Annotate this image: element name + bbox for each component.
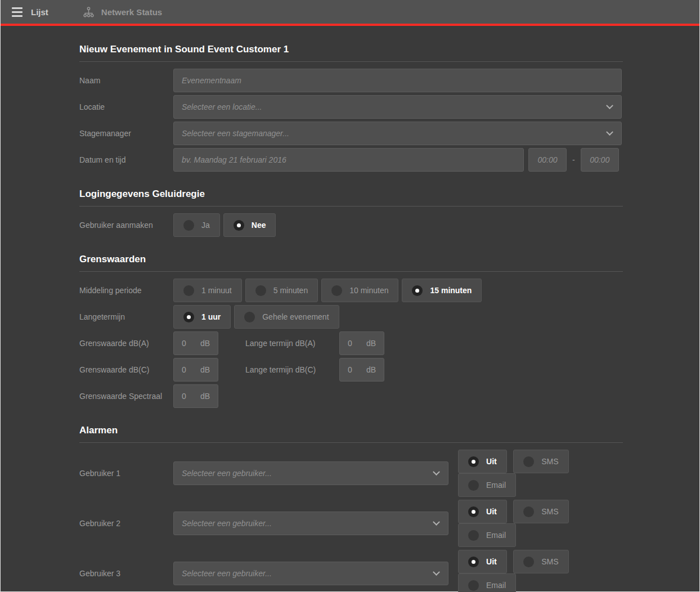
toggle-uit[interactable]: Uit — [458, 450, 507, 473]
gebruiker-aanmaken-label: Gebruiker aanmaken — [79, 221, 173, 230]
toggle-gehele-evenement[interactable]: Gehele evenement — [234, 305, 339, 329]
radio-icon — [244, 312, 255, 322]
gebruiker-2-label: Gebruiker 2 — [79, 519, 173, 528]
app-window: Lijst Netwerk Status Nieuw Evenement in … — [0, 0, 700, 592]
toggle-15-minuten[interactable]: 15 minuten — [402, 279, 482, 302]
toggle-email[interactable]: Email — [458, 573, 516, 592]
grenswaarde-dba-label: Grenswaarde dB(A) — [79, 339, 173, 348]
db-unit-label: dB — [366, 339, 376, 348]
toggle-1-uur[interactable]: 1 uur — [173, 305, 231, 329]
radio-icon — [468, 580, 479, 591]
lange-termijn-dba-value[interactable] — [348, 339, 360, 348]
grenswaarde-spectraal-input[interactable]: dB — [173, 384, 218, 408]
radio-icon — [183, 312, 194, 322]
grenswaarde-spectraal-label: Grenswaarde Spectraal — [79, 392, 173, 401]
naam-label: Naam — [79, 76, 173, 85]
radio-icon — [468, 506, 479, 517]
toggle-uit[interactable]: Uit — [458, 500, 507, 523]
toggle-email[interactable]: Email — [458, 523, 516, 547]
toggle-sms[interactable]: SMS — [513, 450, 568, 473]
gebruiker-2-select[interactable]: Selecteer een gebruiker... — [173, 512, 448, 535]
grenswaarde-dba-input[interactable]: dB — [173, 331, 218, 355]
grenswaarde-spectraal-value[interactable] — [182, 392, 194, 401]
hamburger-icon[interactable] — [12, 7, 23, 17]
toggle-ja[interactable]: Ja — [173, 213, 220, 237]
naam-input[interactable] — [173, 69, 622, 92]
time-range-separator: - — [572, 155, 575, 164]
nav-item-network-status[interactable]: Netwerk Status — [83, 7, 162, 17]
chevron-down-icon — [433, 518, 440, 526]
toggle-sms[interactable]: SMS — [513, 500, 568, 523]
section-grenswaarden: Grenswaarden Middeling periode 1 minuut … — [79, 254, 623, 408]
menu-toggle[interactable]: Lijst — [12, 7, 48, 17]
field-row-grenswaarde-dbc: Grenswaarde dB(C) dB Lange termijn dB(C)… — [79, 358, 623, 382]
gebruiker-3-alarm-options: Uit SMS Email — [458, 550, 623, 592]
toggle-10-minuten[interactable]: 10 minuten — [321, 279, 398, 302]
middeling-periode-label: Middeling periode — [79, 286, 173, 295]
field-row-grenswaarde-dba: Grenswaarde dB(A) dB Lange termijn dB(A)… — [79, 331, 623, 355]
gebruiker-select-placeholder: Selecteer een gebruiker... — [182, 469, 272, 478]
radio-icon — [183, 220, 194, 231]
lange-termijn-dba-label: Lange termijn dB(A) — [245, 339, 339, 348]
gebruiker-1-select[interactable]: Selecteer een gebruiker... — [173, 461, 448, 485]
grenswaarden-section-title: Grenswaarden — [79, 254, 623, 272]
section-login: Logingegevens Geluidregie Gebruiker aanm… — [79, 189, 623, 237]
chevron-down-icon — [606, 102, 613, 109]
grenswaarde-dbc-value[interactable] — [182, 365, 194, 374]
radio-icon — [234, 220, 244, 231]
toggle-uit[interactable]: Uit — [458, 550, 507, 573]
radio-icon — [412, 285, 423, 296]
gebruiker-3-select[interactable]: Selecteer een gebruiker... — [173, 562, 448, 585]
stagemanager-select-placeholder: Selecteer een stagemanager... — [182, 129, 289, 138]
field-row-middeling-periode: Middeling periode 1 minuut 5 minuten 10 … — [79, 279, 623, 302]
gebruiker-1-label: Gebruiker 1 — [79, 469, 173, 478]
toggle-nee[interactable]: Nee — [223, 213, 276, 237]
toggle-sms[interactable]: SMS — [513, 550, 568, 573]
radio-icon — [255, 285, 266, 296]
alarm-row-gebruiker-1: Gebruiker 1 Selecteer een gebruiker... U… — [79, 450, 623, 497]
gebruiker-select-placeholder: Selecteer een gebruiker... — [182, 569, 272, 578]
network-status-label[interactable]: Netwerk Status — [101, 7, 162, 17]
db-unit-label: dB — [200, 365, 210, 374]
locatie-select-placeholder: Selecteer een locatie... — [182, 102, 262, 111]
lange-termijn-dba-input[interactable]: dB — [339, 331, 384, 355]
toggle-1-minuut[interactable]: 1 minuut — [173, 279, 242, 302]
field-row-gebruiker-aanmaken: Gebruiker aanmaken Ja Nee — [79, 213, 623, 237]
toggle-email[interactable]: Email — [458, 473, 516, 497]
radio-icon — [523, 506, 534, 517]
alarmen-section-title: Alarmen — [79, 425, 623, 443]
lange-termijn-dbc-value[interactable] — [348, 365, 360, 374]
grenswaarde-dba-value[interactable] — [182, 339, 194, 348]
gebruiker-2-alarm-options: Uit SMS Email — [458, 500, 623, 547]
start-time-input[interactable] — [528, 148, 567, 172]
locatie-select[interactable]: Selecteer een locatie... — [173, 95, 622, 119]
radio-icon — [468, 530, 479, 541]
radio-icon — [183, 285, 194, 296]
lange-termijn-dbc-input[interactable]: dB — [339, 358, 384, 382]
lange-termijn-dbc-label: Lange termijn dB(C) — [245, 365, 339, 374]
locatie-label: Locatie — [79, 102, 173, 111]
end-time-input[interactable] — [581, 148, 619, 172]
field-row-locatie: Locatie Selecteer een locatie... — [79, 95, 623, 119]
toggle-5-minuten[interactable]: 5 minuten — [245, 279, 318, 302]
chevron-down-icon — [433, 568, 440, 576]
login-section-title: Logingegevens Geluidregie — [79, 189, 623, 207]
field-row-langetermijn: Langetermijn 1 uur Gehele evenement — [79, 305, 623, 329]
stagemanager-select[interactable]: Selecteer een stagemanager... — [173, 122, 622, 145]
gebruiker-3-label: Gebruiker 3 — [79, 569, 173, 578]
grenswaarde-dbc-input[interactable]: dB — [173, 358, 218, 382]
alarm-row-gebruiker-2: Gebruiker 2 Selecteer een gebruiker... U… — [79, 500, 623, 547]
radio-icon — [523, 557, 534, 567]
field-row-naam: Naam — [79, 69, 623, 92]
datum-label: Datum en tijd — [79, 155, 173, 164]
datum-input[interactable] — [173, 148, 524, 172]
alarm-row-gebruiker-3: Gebruiker 3 Selecteer een gebruiker... U… — [79, 550, 623, 592]
grenswaarde-dbc-label: Grenswaarde dB(C) — [79, 365, 173, 374]
menu-label[interactable]: Lijst — [31, 7, 48, 17]
chevron-down-icon — [606, 128, 613, 136]
network-tree-icon — [83, 7, 94, 17]
radio-icon — [468, 480, 479, 491]
stagemanager-label: Stagemanager — [79, 129, 173, 138]
page-title: Nieuw Evenement in Sound Event Customer … — [79, 44, 623, 62]
chevron-down-icon — [433, 468, 440, 476]
